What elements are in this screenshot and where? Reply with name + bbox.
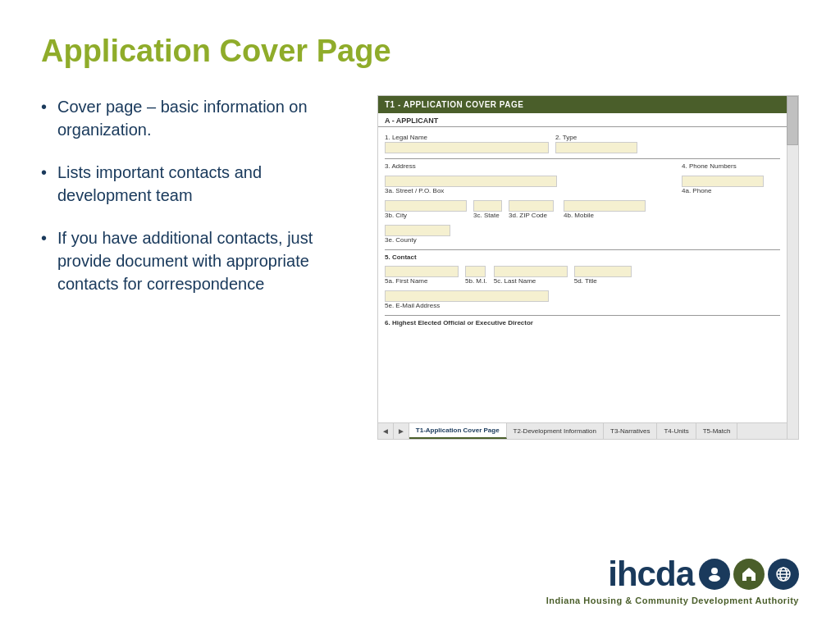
input-mi[interactable]: [465, 266, 486, 277]
input-phone[interactable]: [682, 176, 764, 187]
label-email: 5e. E-Mail Address: [385, 302, 549, 309]
label-county: 3e. County: [385, 236, 450, 244]
row-street-phone: 3a. Street / P.O. Box 4a. Phone: [385, 176, 780, 195]
svg-point-1: [709, 575, 720, 582]
form-area: T1 - APPLICATION COVER PAGE A - APPLICAN…: [378, 96, 787, 439]
label-mobile: 4b. Mobile: [564, 212, 646, 219]
field-email: 5e. E-Mail Address: [385, 290, 549, 310]
label-zip: 3d. ZIP Code: [509, 212, 554, 219]
divider-3: [385, 315, 780, 316]
field-legal-name: 1. Legal Name: [385, 134, 549, 153]
label-mi: 5b. M.I.: [465, 277, 487, 285]
field-phone-header: 4. Phone Numbers: [682, 162, 780, 171]
row-legal-type: 1. Legal Name 2. Type: [385, 134, 780, 153]
input-type[interactable]: [555, 142, 637, 153]
input-county[interactable]: [385, 225, 450, 236]
row-contact-header: 5. Contact: [385, 253, 780, 261]
scrollbar[interactable]: [787, 96, 798, 439]
field-lastname: 5c. Last Name: [494, 266, 568, 285]
label-firstname: 5a. First Name: [385, 277, 459, 285]
field-title: 5d. Title: [574, 266, 632, 285]
input-mobile[interactable]: [564, 200, 646, 212]
page-title: Application Cover Page: [41, 33, 799, 71]
tab-t4[interactable]: T4-Units: [657, 423, 696, 439]
input-legal-name[interactable]: [385, 142, 549, 153]
row-addr-phone-headers: 3. Address 4. Phone Numbers: [385, 162, 780, 171]
input-lastname[interactable]: [494, 266, 568, 277]
label-phone: 4. Phone Numbers: [682, 162, 780, 170]
divider-2: [385, 249, 780, 250]
tab-t5[interactable]: T5-Match: [696, 423, 738, 439]
label-state: 3c. State: [473, 212, 502, 219]
field-mi: 5b. M.I.: [465, 266, 487, 285]
bullet-3: If you have additional contacts, just pr…: [41, 226, 345, 295]
logo-icons: [699, 559, 799, 590]
label-title: 5d. Title: [574, 277, 632, 285]
input-email[interactable]: [385, 290, 549, 302]
logo-globe-icon: [768, 559, 799, 590]
row-county: 3e. County: [385, 225, 780, 244]
field-county: 3e. County: [385, 225, 450, 244]
label-field6: 6. Highest Elected Official or Executive…: [385, 319, 533, 326]
tab-t2[interactable]: T2-Development Information: [507, 423, 604, 439]
logo-tagline: Indiana Housing & Community Development …: [546, 596, 799, 605]
content-area: Cover page – basic information on organi…: [41, 95, 799, 440]
field-state: 3c. State: [473, 200, 502, 220]
tab-nav-next[interactable]: ►: [394, 423, 409, 439]
row-email: 5e. E-Mail Address: [385, 290, 780, 310]
form-header: T1 - APPLICATION COVER PAGE: [378, 96, 787, 113]
logo-person-icon: [699, 559, 730, 590]
field-firstname: 5a. First Name: [385, 266, 459, 285]
slide: Application Cover Page Cover page – basi…: [0, 0, 840, 630]
form-screenshot: T1 - APPLICATION COVER PAGE A - APPLICAN…: [377, 95, 799, 440]
field-street: 3a. Street / P.O. Box: [385, 176, 675, 195]
label-street: 3a. Street / P.O. Box: [385, 187, 675, 194]
row-city-state-zip-mobile: 3b. City 3c. State 3d. ZIP Code 4b.: [385, 200, 780, 220]
label-phone-a: 4a. Phone: [682, 187, 780, 194]
tab-bar: ◄ ► T1-Application Cover Page T2-Develop…: [378, 422, 787, 439]
form-body: 1. Legal Name 2. Type 3. Address: [378, 130, 787, 335]
field-city: 3b. City: [385, 200, 467, 220]
input-firstname[interactable]: [385, 266, 459, 277]
field-phone-a: 4a. Phone: [682, 176, 780, 195]
bullet-2: Lists important contacts and development…: [41, 161, 345, 207]
bullet-list: Cover page – basic information on organi…: [41, 95, 345, 315]
label-city: 3b. City: [385, 212, 467, 219]
bullet-1: Cover page – basic information on organi…: [41, 95, 345, 141]
input-state[interactable]: [473, 200, 502, 212]
row-contact-fields: 5a. First Name 5b. M.I. 5c. Last Name: [385, 266, 780, 285]
logo-text: ihcda: [608, 555, 694, 594]
field-zip: 3d. ZIP Code: [509, 200, 554, 220]
divider-1: [385, 158, 780, 159]
svg-marker-2: [742, 568, 756, 581]
logo-house-icon: [733, 559, 765, 590]
label-type: 2. Type: [555, 134, 637, 141]
tab-t1[interactable]: T1-Application Cover Page: [409, 423, 507, 439]
tab-nav-prev[interactable]: ◄: [378, 423, 394, 439]
input-city[interactable]: [385, 200, 467, 212]
field-mobile: 4b. Mobile: [564, 200, 646, 220]
input-title[interactable]: [574, 266, 632, 277]
logo-area: ihcda: [608, 555, 799, 594]
label-address: 3. Address: [385, 162, 675, 170]
tab-t3[interactable]: T3-Narratives: [604, 423, 657, 439]
label-contact: 5. Contact: [385, 253, 417, 261]
input-zip[interactable]: [509, 200, 554, 212]
row-field6: 6. Highest Elected Official or Executive…: [385, 319, 780, 326]
input-street[interactable]: [385, 176, 557, 187]
section-a-label: A - APPLICANT: [378, 113, 787, 127]
label-lastname: 5c. Last Name: [494, 277, 568, 285]
scrollbar-thumb[interactable]: [787, 96, 798, 145]
bottom-logo-area: ihcda: [546, 555, 799, 605]
label-legal-name: 1. Legal Name: [385, 134, 549, 141]
field-type: 2. Type: [555, 134, 637, 153]
field-address-header: 3. Address: [385, 162, 675, 171]
svg-point-0: [711, 568, 718, 574]
